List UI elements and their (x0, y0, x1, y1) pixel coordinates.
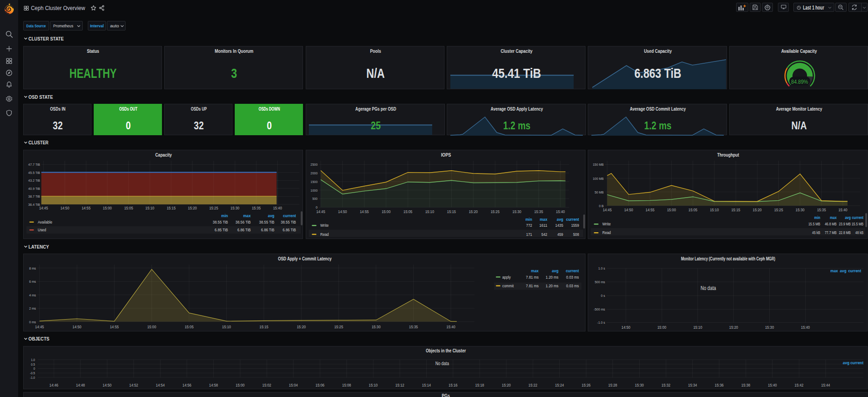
svg-text:15:24: 15:24 (555, 383, 564, 387)
svg-text:14:54: 14:54 (156, 383, 165, 387)
svg-text:15:15: 15:15 (732, 208, 741, 212)
svg-text:No data: No data (435, 361, 449, 366)
svg-text:14:50: 14:50 (61, 206, 70, 210)
svg-text:15:20: 15:20 (469, 209, 478, 214)
svg-text:14:45: 14:45 (603, 208, 612, 212)
svg-text:15:42: 15:42 (795, 383, 804, 387)
svg-text:6.86 TiB: 6.86 TiB (261, 228, 274, 232)
svg-text:15:10: 15:10 (693, 325, 702, 330)
svg-text:459: 459 (557, 232, 563, 237)
svg-text:0: 0 (316, 205, 318, 209)
svg-text:1000: 1000 (311, 188, 318, 193)
svg-text:3: 3 (231, 66, 237, 81)
svg-text:1.0 s: 1.0 s (598, 266, 605, 270)
svg-text:46.8 MB: 46.8 MB (825, 222, 837, 226)
svg-text:14:55: 14:55 (110, 325, 119, 329)
svg-text:15:32: 15:32 (661, 383, 671, 387)
svg-text:15:26: 15:26 (582, 383, 591, 387)
svg-text:7.81 ms: 7.81 ms (526, 284, 539, 288)
svg-text:avg: avg (843, 360, 850, 365)
svg-text:77.7 MB: 77.7 MB (825, 230, 837, 235)
svg-text:Read: Read (602, 230, 611, 235)
svg-text:15:35: 15:35 (252, 206, 261, 210)
svg-text:2500: 2500 (311, 163, 318, 167)
svg-text:current: current (283, 213, 296, 218)
svg-text:Last 1 hour: Last 1 hour (803, 5, 824, 11)
svg-text:15:30: 15:30 (231, 206, 240, 210)
svg-text:avg: avg (552, 268, 559, 273)
svg-text:15.5 MB: 15.5 MB (808, 222, 820, 226)
svg-text:15:34: 15:34 (688, 383, 697, 387)
svg-text:15:40: 15:40 (801, 325, 810, 330)
svg-text:15:20: 15:20 (188, 206, 197, 210)
svg-text:8 ms: 8 ms (29, 266, 36, 270)
svg-text:PGs: PGs (442, 393, 450, 397)
svg-text:current: current (566, 268, 580, 273)
svg-text:100 MB: 100 MB (593, 177, 604, 181)
svg-text:171: 171 (526, 232, 532, 237)
svg-text:15:30: 15:30 (796, 208, 805, 212)
svg-text:0: 0 (126, 119, 131, 132)
svg-text:15:08: 15:08 (342, 383, 351, 387)
svg-text:15:10: 15:10 (710, 208, 719, 212)
svg-text:Agerage PGs per OSD: Agerage PGs per OSD (355, 107, 396, 112)
svg-text:0.03 ms: 0.03 ms (566, 275, 579, 280)
svg-text:15:30: 15:30 (512, 209, 521, 214)
svg-text:avg: avg (268, 213, 274, 218)
svg-text:14:46: 14:46 (50, 383, 59, 387)
svg-text:-0.5: -0.5 (30, 371, 35, 375)
svg-text:36.4 TiB: 36.4 TiB (28, 203, 40, 207)
svg-text:0 ms: 0 ms (29, 320, 36, 324)
svg-text:avg: avg (557, 217, 563, 222)
svg-text:No data: No data (701, 285, 716, 291)
svg-text:15:44: 15:44 (821, 383, 830, 387)
svg-text:7.81 ms: 7.81 ms (526, 275, 539, 280)
svg-text:15:15: 15:15 (259, 325, 268, 329)
svg-text:15:38: 15:38 (742, 383, 751, 387)
svg-text:OBJECTS: OBJECTS (29, 336, 50, 341)
svg-text:15:05: 15:05 (688, 208, 697, 212)
svg-text:current: current (848, 268, 862, 273)
svg-text:CLUSTER: CLUSTER (29, 139, 49, 145)
svg-text:14:50: 14:50 (621, 325, 631, 330)
svg-text:15:25: 15:25 (774, 208, 783, 212)
svg-text:Used Capacity: Used Capacity (644, 48, 671, 54)
svg-text:1559: 1559 (571, 223, 579, 228)
svg-text:LATENCY: LATENCY (29, 244, 49, 249)
svg-text:max: max (540, 217, 548, 222)
svg-text:508: 508 (573, 232, 579, 237)
svg-text:0.03 ms: 0.03 ms (566, 284, 579, 288)
svg-text:Monitor Latency (Currently not: Monitor Latency (Currently not available… (681, 256, 775, 261)
svg-text:15:02: 15:02 (262, 383, 272, 387)
svg-text:0 s: 0 s (601, 294, 605, 298)
svg-text:commit: commit (502, 284, 514, 288)
svg-text:50 MB: 50 MB (595, 190, 604, 194)
svg-text:current: current (566, 217, 579, 222)
svg-text:15:10: 15:10 (425, 209, 434, 214)
svg-text:Available Capacity: Available Capacity (781, 48, 817, 54)
svg-text:15.5 MB: 15.5 MB (852, 222, 863, 226)
svg-text:max: max (830, 215, 837, 220)
svg-text:-1.0: -1.0 (30, 376, 35, 380)
svg-text:Write: Write (320, 223, 328, 228)
svg-text:14:50: 14:50 (103, 383, 112, 387)
svg-text:15:36: 15:36 (715, 383, 724, 387)
svg-text:max: max (830, 268, 838, 273)
svg-text:15:30: 15:30 (372, 325, 381, 329)
svg-text:15:05: 15:05 (185, 325, 194, 329)
svg-text:15:05: 15:05 (404, 209, 413, 214)
svg-text:OSDs DOWN: OSDs DOWN (259, 107, 280, 112)
svg-text:Available: Available (38, 220, 52, 224)
svg-text:OSDs UP: OSDs UP (191, 107, 207, 112)
svg-text:15:16: 15:16 (449, 383, 458, 387)
svg-text:2 ms: 2 ms (29, 306, 36, 310)
svg-text:IOPS: IOPS (441, 152, 451, 158)
svg-text:current: current (850, 360, 864, 365)
svg-text:0: 0 (33, 366, 35, 371)
svg-text:15:35: 15:35 (534, 209, 543, 214)
svg-text:48 kB: 48 kB (855, 230, 863, 235)
svg-text:14:48: 14:48 (76, 383, 85, 387)
svg-text:14:55: 14:55 (81, 206, 91, 210)
svg-text:38.55 TiB: 38.55 TiB (281, 220, 296, 224)
svg-text:43.2 TiB: 43.2 TiB (28, 178, 40, 183)
